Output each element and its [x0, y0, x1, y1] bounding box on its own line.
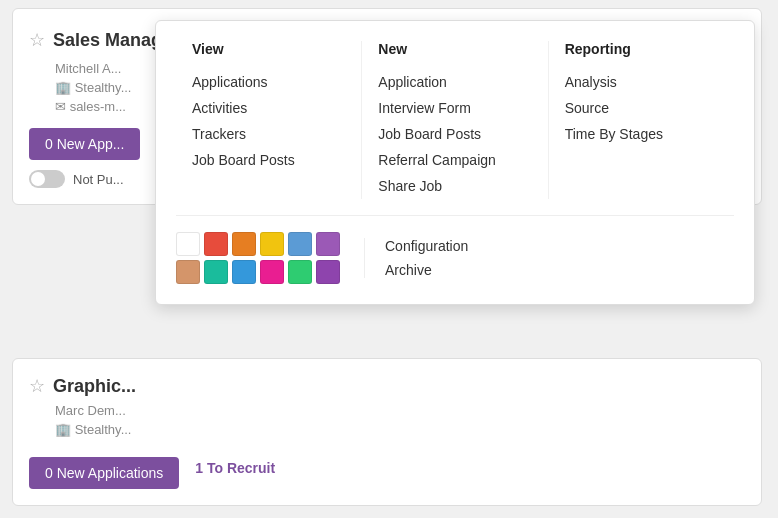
color-swatch-3[interactable] — [260, 232, 284, 256]
menu-new-job-board-posts[interactable]: Job Board Posts — [378, 121, 531, 147]
color-swatch-9[interactable] — [260, 260, 284, 284]
job-card-graphic: ☆ Graphic... Marc Dem... 🏢 Stealthy... 0… — [12, 358, 762, 506]
star-icon-bottom[interactable]: ☆ — [29, 375, 45, 397]
menu-job-board-posts-view[interactable]: Job Board Posts — [192, 147, 345, 173]
color-picker — [176, 232, 340, 284]
menu-configuration[interactable]: Configuration — [385, 238, 468, 254]
color-swatch-2[interactable] — [232, 232, 256, 256]
publish-label: Not Pu... — [73, 172, 124, 187]
menu-time-by-stages[interactable]: Time By Stages — [565, 121, 718, 147]
new-applications-button[interactable]: 0 New App... — [29, 128, 140, 160]
menu-share-job[interactable]: Share Job — [378, 173, 531, 199]
card-title-bottom: Graphic... — [53, 376, 136, 397]
new-column-header: New — [378, 41, 531, 57]
dropdown-bottom: Configuration Archive — [176, 232, 734, 284]
bottom-actions: Configuration Archive — [364, 238, 468, 278]
color-swatch-4[interactable] — [288, 232, 312, 256]
menu-source[interactable]: Source — [565, 95, 718, 121]
color-swatch-11[interactable] — [316, 260, 340, 284]
building-icon: 🏢 — [55, 80, 71, 95]
color-swatch-5[interactable] — [316, 232, 340, 256]
toggle-knob — [31, 172, 45, 186]
menu-archive[interactable]: Archive — [385, 262, 468, 278]
menu-new-application[interactable]: Application — [378, 69, 531, 95]
publish-toggle[interactable] — [29, 170, 65, 188]
dropdown-columns: View Applications Activities Trackers Jo… — [176, 41, 734, 199]
menu-activities[interactable]: Activities — [192, 95, 345, 121]
reporting-column-header: Reporting — [565, 41, 718, 57]
dropdown-view-column: View Applications Activities Trackers Jo… — [176, 41, 362, 199]
color-swatch-1[interactable] — [204, 232, 228, 256]
card-meta-bottom-building: 🏢 Stealthy... — [29, 422, 745, 437]
dropdown-reporting-column: Reporting Analysis Source Time By Stages — [549, 41, 734, 199]
card-meta-building-text: Stealthy... — [75, 80, 132, 95]
card-meta-bottom-person: Marc Dem... — [29, 403, 745, 418]
menu-new-interview-form[interactable]: Interview Form — [378, 95, 531, 121]
menu-trackers[interactable]: Trackers — [192, 121, 345, 147]
dropdown-new-column: New Application Interview Form Job Board… — [362, 41, 548, 199]
menu-analysis[interactable]: Analysis — [565, 69, 718, 95]
star-icon[interactable]: ☆ — [29, 29, 45, 51]
dropdown-divider — [176, 215, 734, 216]
color-swatch-0[interactable] — [176, 232, 200, 256]
menu-new-referral-campaign[interactable]: Referral Campaign — [378, 147, 531, 173]
email-icon: ✉ — [55, 99, 66, 114]
color-swatch-8[interactable] — [232, 260, 256, 284]
new-applications-button-bottom[interactable]: 0 New Applications — [29, 457, 179, 489]
color-swatch-6[interactable] — [176, 260, 200, 284]
view-column-header: View — [192, 41, 345, 57]
building-icon-bottom: 🏢 — [55, 422, 71, 437]
recruit-badge: 1 To Recruit — [195, 460, 275, 476]
menu-applications[interactable]: Applications — [192, 69, 345, 95]
card-meta-email-text: sales-m... — [70, 99, 126, 114]
color-swatch-10[interactable] — [288, 260, 312, 284]
dropdown-menu: View Applications Activities Trackers Jo… — [155, 20, 755, 305]
color-swatch-7[interactable] — [204, 260, 228, 284]
